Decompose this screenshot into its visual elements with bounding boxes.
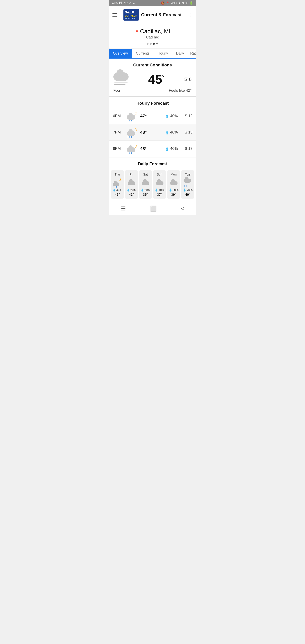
drop-1-8pm xyxy=(128,152,128,154)
nav-back-button[interactable]: < xyxy=(181,206,184,212)
thu-weather-icon: ☀ xyxy=(113,178,122,187)
status-battery-icon: 🔋 xyxy=(190,1,193,5)
location-name: 📍 Cadillac, MI xyxy=(109,28,196,35)
drop-2-6pm xyxy=(130,120,130,122)
daily-day-sun: Sun xyxy=(154,173,165,176)
sun-precip-value: 10% xyxy=(158,188,164,192)
fog-icon xyxy=(113,72,128,86)
city-name: Cadillac, MI xyxy=(140,28,170,35)
app-header: 9&10 DOPPLER WEATHER Current & Forecast … xyxy=(109,6,196,24)
drop-3-7pm xyxy=(131,136,132,138)
hour-wind-7pm: S 13 xyxy=(183,130,192,134)
thu-drop-2 xyxy=(115,186,116,188)
location-sub: Cadillac xyxy=(109,35,196,39)
nav-menu-button[interactable]: ☰ xyxy=(121,206,126,212)
daily-icon-tue xyxy=(182,178,193,187)
tab-currents[interactable]: Currents xyxy=(132,49,154,58)
hourly-section: Hourly Forecast 6PM ☽ 47° 💧 40% xyxy=(109,96,196,157)
mon-drop-icon: 💧 xyxy=(169,188,172,192)
sun-cloud-body xyxy=(156,181,164,185)
tue-cloud-rain-icon xyxy=(184,178,192,187)
nav-home-button[interactable]: ⬜ xyxy=(150,206,157,212)
hour-temp-7pm: 48° xyxy=(140,130,162,135)
fri-drop-icon: 💧 xyxy=(126,188,130,192)
tab-radar[interactable]: Radar › xyxy=(188,49,196,58)
header-title: Current & Forecast xyxy=(141,12,182,18)
tue-precip-value: 70% xyxy=(187,188,192,192)
daily-day-sat: Sat xyxy=(140,173,151,176)
rain-8pm xyxy=(128,152,132,154)
daily-temp-sat: 35° xyxy=(140,192,151,196)
daily-precip-tue: 💧 70% xyxy=(182,188,193,192)
daily-temp-mon: 39° xyxy=(168,192,179,196)
nav-bar: ☰ ⬜ < xyxy=(109,202,196,215)
sun-drop-icon: 💧 xyxy=(155,188,158,192)
daily-icon-fri xyxy=(126,178,136,187)
rain-7pm xyxy=(128,136,132,138)
daily-day-thu: Thu xyxy=(112,173,122,176)
hourly-row-8pm: 8PM ☽ 48° 💧 40% S 13 xyxy=(109,141,196,157)
status-mute-icon: 🔕 xyxy=(161,1,164,5)
dot-3[interactable] xyxy=(153,43,155,45)
main-content: Current Conditions 45° S 6 Fog Feels lik… xyxy=(109,58,196,202)
status-location-icon: 📍 xyxy=(166,1,170,5)
tab-daily[interactable]: Daily xyxy=(172,49,188,58)
daily-icon-sun xyxy=(154,178,165,187)
daily-card-sun: Sun 💧 10% 37° xyxy=(153,170,166,198)
condition-label: Fog xyxy=(113,88,120,93)
sat-cloud-body xyxy=(142,181,149,185)
hamburger-line1 xyxy=(112,14,118,14)
tue-cloud-shape xyxy=(184,179,191,183)
status-right: 🔕 📍 WiFi ▲ 93% 🔋 xyxy=(161,1,193,5)
current-main-row: 45° S 6 xyxy=(113,72,192,86)
hour-time-7pm: 7PM xyxy=(112,130,123,134)
thu-rain xyxy=(114,186,117,188)
precip-value-7pm: 40% xyxy=(170,130,178,134)
temperature-display: 45° xyxy=(148,72,165,86)
precip-value-6pm: 40% xyxy=(170,114,178,118)
precip-drop-icon-6pm: 💧 xyxy=(165,114,169,118)
hour-precip-6pm: 💧 40% xyxy=(165,114,180,118)
status-warning-icon: ⚠ xyxy=(129,1,132,5)
add-location-button[interactable]: + xyxy=(156,42,158,46)
status-dot: ● xyxy=(133,1,135,5)
moon-icon-7pm: ☽ xyxy=(134,128,137,132)
tab-overview[interactable]: Overview xyxy=(109,49,132,58)
daily-grid: Thu ☀ 💧 40% 45° xyxy=(109,168,196,202)
hourly-row-7pm: 7PM ☽ 48° 💧 40% S 13 xyxy=(109,124,196,141)
status-wifi-icon: WiFi xyxy=(171,1,177,5)
precip-drop-icon-8pm: 💧 xyxy=(165,147,169,151)
dot-2[interactable] xyxy=(150,43,152,45)
daily-icon-sat xyxy=(140,178,151,187)
daily-temp-thu: 45° xyxy=(112,192,122,196)
thu-drop-1 xyxy=(114,186,114,188)
sat-drop-icon: 💧 xyxy=(141,188,144,192)
thu-drop-3 xyxy=(116,186,117,188)
tab-hourly[interactable]: Hourly xyxy=(154,49,172,58)
logo-doppler: DOPPLER xyxy=(125,14,137,17)
hour-icon-7pm: ☽ xyxy=(126,128,138,137)
current-conditions-title: Current Conditions xyxy=(109,58,196,70)
logo-9-10: 9&10 xyxy=(125,10,137,14)
mon-cloud-body xyxy=(170,181,178,185)
more-options-button[interactable]: ⋮ xyxy=(188,12,192,18)
daily-day-tue: Tue xyxy=(182,173,193,176)
fog-line-3 xyxy=(114,86,123,86)
current-conditions-panel: 45° S 6 Fog Feels like 42° xyxy=(109,70,196,96)
hour-icon-8pm: ☽ xyxy=(126,144,138,154)
fog-line-2 xyxy=(114,84,126,85)
logo-weather: WEATHER xyxy=(125,17,137,20)
hour-temp-8pm: 48° xyxy=(140,146,162,151)
status-temp: 70° xyxy=(123,1,128,5)
daily-temp-fri: 42° xyxy=(126,192,136,196)
hour-precip-7pm: 💧 40% xyxy=(165,130,180,134)
daily-temp-tue: 49° xyxy=(182,192,193,196)
drop-3-6pm xyxy=(131,120,132,122)
sat-cloud-icon xyxy=(142,179,149,185)
hamburger-menu[interactable] xyxy=(112,14,118,16)
hour-time-8pm: 8PM xyxy=(112,146,123,151)
dot-1[interactable] xyxy=(147,43,148,45)
tue-drop-3 xyxy=(188,185,188,187)
status-photo-icon: 🖼 xyxy=(119,1,122,5)
fri-precip-value: 20% xyxy=(130,188,136,192)
